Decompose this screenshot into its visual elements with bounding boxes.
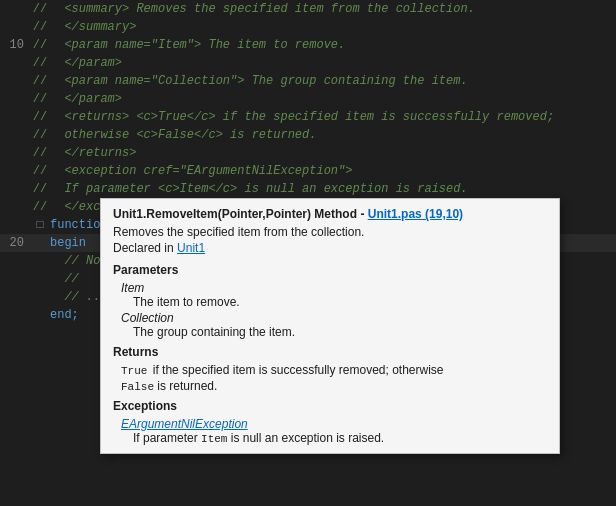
tooltip-declared-label: Declared in — [113, 241, 174, 255]
tooltip-popup: Unit1.RemoveItem(Pointer,Pointer) Method… — [100, 198, 560, 454]
tooltip-source-link[interactable]: Unit1.pas (19,10) — [368, 207, 463, 221]
line-gutter: // — [32, 72, 48, 90]
line-number: 20 — [0, 234, 32, 252]
code-line: // </returns> — [0, 144, 616, 162]
code-line: // </summary> — [0, 18, 616, 36]
line-content: otherwise <c>False</c> is returned. — [48, 126, 616, 144]
line-gutter: // — [32, 18, 48, 36]
code-line: // <exception cref="EArgumentNilExceptio… — [0, 162, 616, 180]
line-content: <summary> Removes the specified item fro… — [48, 0, 616, 18]
line-gutter: // — [32, 162, 48, 180]
tooltip-returns-text1: True if the specified item is successful… — [121, 363, 547, 377]
code-line: // </param> — [0, 54, 616, 72]
tooltip-param1-desc: The item to remove. — [133, 295, 547, 309]
line-gutter: // — [32, 198, 48, 216]
code-line: // otherwise <c>False</c> is returned. — [0, 126, 616, 144]
line-gutter: // — [32, 126, 48, 144]
tooltip-param2-desc: The group containing the item. — [133, 325, 547, 339]
code-line: // </param> — [0, 90, 616, 108]
code-editor: // <summary> Removes the specified item … — [0, 0, 616, 506]
tooltip-param1-name: Item — [121, 281, 547, 295]
line-gutter: □ — [32, 216, 48, 234]
line-content: </param> — [48, 54, 616, 72]
line-gutter: // — [32, 144, 48, 162]
tooltip-returns-text2: False is returned. — [121, 379, 547, 393]
line-gutter: // — [32, 36, 48, 54]
tooltip-exception-desc: If parameter Item is null an exception i… — [133, 431, 547, 445]
line-number: 10 — [0, 36, 32, 54]
tooltip-parameters-label: Parameters — [113, 263, 547, 277]
code-line: // If parameter <c>Item</c> is null an e… — [0, 180, 616, 198]
line-content: <param name="Collection"> The group cont… — [48, 72, 616, 90]
line-gutter: // — [32, 180, 48, 198]
line-gutter: // — [32, 0, 48, 18]
code-line: 10 // <param name="Item"> The item to re… — [0, 36, 616, 54]
line-gutter: // — [32, 54, 48, 72]
tooltip-returns-label: Returns — [113, 345, 547, 359]
tooltip-description: Removes the specified item from the coll… — [113, 225, 547, 239]
line-content: </returns> — [48, 144, 616, 162]
tooltip-dash: - — [360, 207, 367, 221]
tooltip-declared: Declared in Unit1 — [113, 241, 547, 255]
line-content: </param> — [48, 90, 616, 108]
code-line: // <summary> Removes the specified item … — [0, 0, 616, 18]
tooltip-param2-name: Collection — [121, 311, 547, 325]
line-content: </summary> — [48, 18, 616, 36]
tooltip-method-name: Unit1.RemoveItem(Pointer,Pointer) Method — [113, 207, 357, 221]
line-content: If parameter <c>Item</c> is null an exce… — [48, 180, 616, 198]
line-gutter: // — [32, 108, 48, 126]
tooltip-title: Unit1.RemoveItem(Pointer,Pointer) Method… — [113, 207, 547, 221]
tooltip-exceptions-label: Exceptions — [113, 399, 547, 413]
line-gutter: // — [32, 90, 48, 108]
line-content: <param name="Item"> The item to remove. — [48, 36, 616, 54]
code-line: // <returns> <c>True</c> if the specifie… — [0, 108, 616, 126]
tooltip-declared-link[interactable]: Unit1 — [177, 241, 205, 255]
tooltip-exception-link[interactable]: EArgumentNilException — [121, 417, 547, 431]
code-line: // <param name="Collection"> The group c… — [0, 72, 616, 90]
line-content: <returns> <c>True</c> if the specified i… — [48, 108, 616, 126]
line-content: <exception cref="EArgumentNilException"> — [48, 162, 616, 180]
